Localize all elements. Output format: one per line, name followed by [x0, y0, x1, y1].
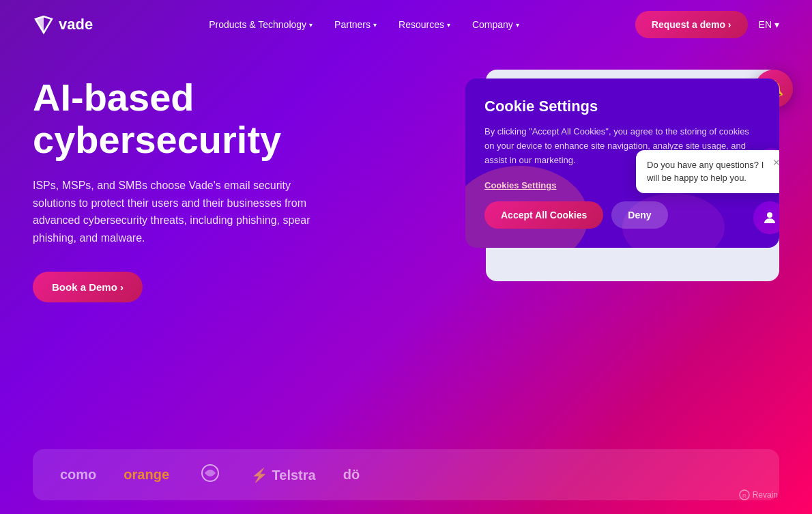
logo-como: como: [60, 467, 96, 483]
revain-badge: R Revain: [739, 489, 778, 500]
chat-agent-icon: [762, 210, 778, 226]
nav-item-partners[interactable]: Partners ▾: [334, 19, 377, 30]
cookie-settings-panel: Cookie Settings By clicking "Accept All …: [465, 78, 779, 247]
request-demo-button[interactable]: Request a demo ›: [635, 11, 748, 38]
logo-text: vade: [59, 16, 93, 33]
cookie-buttons: Accept All Cookies Deny: [484, 201, 760, 229]
hero-right: 🔔 vade: [426, 76, 779, 302]
chevron-down-icon: ▾: [309, 21, 313, 29]
chat-agent-button[interactable]: [753, 201, 779, 234]
hero-description: ISPs, MSPs, and SMBs choose Vade's email…: [33, 177, 333, 246]
nav-item-resources[interactable]: Resources ▾: [398, 19, 450, 30]
hero-section: AI-based cybersecurity ISPs, MSPs, and S…: [0, 49, 812, 302]
logos-bar: como orange ⚡ Telstra dö: [33, 449, 779, 500]
hero-title: AI-based cybersecurity: [33, 76, 386, 160]
accept-all-cookies-button[interactable]: Accept All Cookies: [484, 201, 603, 229]
chat-message: Do you have any questions? I will be hap…: [647, 160, 764, 184]
revain-icon: R: [739, 489, 750, 500]
hero-left: AI-based cybersecurity ISPs, MSPs, and S…: [33, 76, 386, 302]
chevron-down-icon: ▾: [774, 19, 779, 30]
revain-text: Revain: [753, 490, 778, 500]
logo-telstra: ⚡ Telstra: [251, 467, 316, 483]
chevron-down-icon: ▾: [447, 21, 450, 29]
chevron-down-icon: ▾: [373, 21, 377, 29]
chat-bubble: ✕ Do you have any questions? I will be h…: [636, 150, 779, 193]
navigation: vade Products & Technology ▾ Partners ▾ …: [0, 0, 812, 49]
nav-right: Request a demo › EN ▾: [635, 11, 779, 38]
logo[interactable]: vade: [33, 14, 93, 35]
nav-item-products[interactable]: Products & Technology ▾: [209, 19, 313, 30]
svg-marker-1: [35, 16, 44, 33]
logo-brand3: [197, 463, 224, 487]
svg-text:R: R: [742, 493, 746, 499]
logo-icon: [33, 14, 55, 35]
cookie-title: Cookie Settings: [484, 98, 760, 115]
deny-button[interactable]: Deny: [611, 201, 667, 229]
nav-item-company[interactable]: Company ▾: [472, 19, 519, 30]
close-icon[interactable]: ✕: [772, 156, 779, 170]
logo-do: dö: [343, 467, 360, 483]
brand3-icon: [197, 463, 224, 483]
chevron-down-icon: ▾: [516, 21, 519, 29]
svg-point-6: [767, 212, 772, 218]
logo-orange: orange: [124, 467, 169, 483]
book-demo-button[interactable]: Book a Demo ›: [33, 272, 143, 302]
language-selector[interactable]: EN ▾: [759, 19, 779, 30]
nav-links: Products & Technology ▾ Partners ▾ Resou…: [209, 19, 519, 30]
